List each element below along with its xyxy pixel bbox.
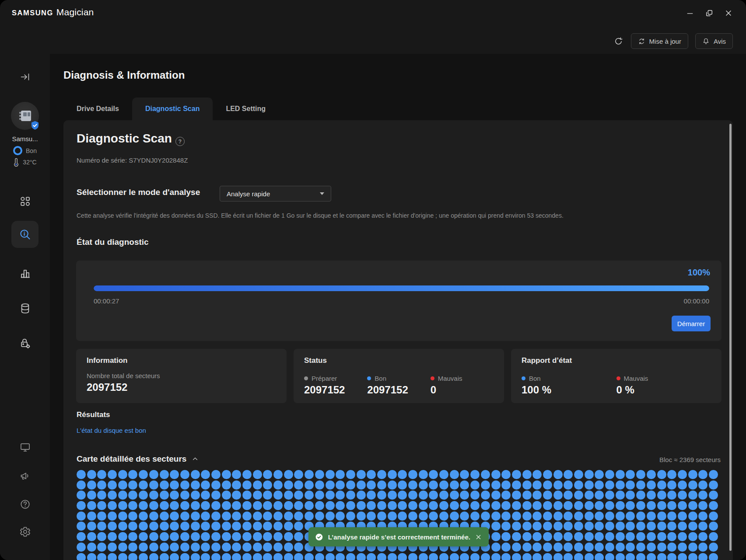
- update-button[interactable]: Mise à jour: [631, 33, 688, 49]
- toast-close-icon[interactable]: [475, 533, 482, 541]
- tab-led-setting[interactable]: LED Setting: [213, 97, 279, 120]
- sector-dot: [501, 480, 511, 490]
- sector-dot: [678, 543, 687, 552]
- sector-dot: [170, 522, 179, 531]
- sector-dot: [522, 501, 532, 510]
- notice-button[interactable]: Avis: [695, 33, 733, 49]
- sector-dot: [377, 480, 386, 490]
- drive-avatar[interactable]: [11, 102, 39, 130]
- good-dot-icon: [367, 376, 371, 380]
- sector-dot: [377, 511, 386, 521]
- sidebar-item-security[interactable]: [18, 337, 32, 350]
- good-label: Bon: [375, 375, 386, 382]
- sector-dot: [667, 543, 676, 552]
- sector-dot: [709, 543, 718, 552]
- sector-dot: [574, 522, 583, 531]
- close-window-button[interactable]: [724, 9, 733, 17]
- sector-dot: [222, 553, 231, 560]
- sector-dot: [543, 511, 552, 521]
- sector-dot: [108, 553, 117, 560]
- sector-dot: [346, 501, 355, 510]
- sidebar-item-settings[interactable]: [18, 525, 32, 538]
- refresh-icon[interactable]: [613, 36, 624, 46]
- sidebar-item-dashboard[interactable]: [18, 195, 32, 208]
- sector-dot: [470, 501, 480, 510]
- sector-dot-grid: [77, 470, 721, 560]
- sector-dot: [160, 553, 169, 560]
- sector-dot: [357, 470, 366, 479]
- sector-dot: [377, 470, 386, 479]
- sidebar-item-announcements[interactable]: [18, 469, 32, 482]
- sidebar-item-data-management[interactable]: [18, 302, 32, 315]
- sector-dot: [180, 511, 189, 521]
- sector-dot: [657, 511, 666, 521]
- sector-dot: [305, 480, 314, 490]
- sector-dot: [211, 511, 221, 521]
- sector-dot: [170, 480, 179, 490]
- sector-dot: [667, 490, 676, 500]
- scan-mode-select[interactable]: Analyse rapide: [220, 186, 331, 202]
- brand-magician: Magician: [56, 7, 94, 17]
- sector-dot: [636, 470, 645, 479]
- help-icon[interactable]: ?: [175, 137, 185, 146]
- sector-dot: [191, 501, 200, 510]
- sidebar-expand-icon[interactable]: [18, 70, 32, 83]
- sector-dot: [232, 553, 241, 560]
- sector-dot: [512, 490, 521, 500]
- results-text[interactable]: L'état du disque est bon: [77, 427, 146, 434]
- sector-dot: [501, 522, 511, 531]
- sector-dot: [305, 470, 314, 479]
- sector-dot: [253, 480, 262, 490]
- sector-dot: [149, 470, 158, 479]
- sector-dot: [481, 511, 490, 521]
- sector-dot: [408, 470, 417, 479]
- tab-diagnostic-scan[interactable]: Diagnostic Scan: [132, 97, 213, 120]
- sector-dot: [408, 501, 417, 510]
- sector-dot: [657, 553, 666, 560]
- sector-dot: [367, 511, 376, 521]
- notice-button-label: Avis: [714, 38, 726, 45]
- tab-drive-details[interactable]: Drive Details: [63, 97, 132, 120]
- sector-dot: [501, 490, 511, 500]
- sector-dot: [626, 501, 635, 510]
- sidebar-item-system[interactable]: [18, 441, 32, 454]
- report-card: Rapport d’état Bon 100 % Mauvais 0 %: [511, 349, 721, 403]
- sidebar-item-diagnosis-active[interactable]: [11, 221, 39, 248]
- sector-dot: [470, 470, 480, 479]
- sector-dot: [408, 490, 417, 500]
- sector-dot: [657, 522, 666, 531]
- sector-dot: [688, 501, 697, 510]
- sector-dot: [367, 553, 376, 560]
- sector-dot: [522, 470, 532, 479]
- sidebar-item-performance[interactable]: [18, 267, 32, 280]
- status-card-title: Status: [304, 356, 494, 365]
- sector-dot: [595, 553, 604, 560]
- sector-dot: [688, 470, 697, 479]
- sector-dot: [667, 480, 676, 490]
- sector-dot: [118, 511, 127, 521]
- sector-dot: [128, 470, 137, 479]
- sector-dot: [201, 522, 210, 531]
- sector-dot: [636, 511, 645, 521]
- sidebar-item-help[interactable]: [18, 497, 32, 511]
- sector-dot: [532, 532, 542, 541]
- sector-dot: [450, 480, 459, 490]
- sector-dot: [315, 470, 324, 479]
- sector-dot: [222, 511, 231, 521]
- sector-dot: [357, 511, 366, 521]
- sector-dot: [678, 553, 687, 560]
- chevron-up-icon[interactable]: [192, 456, 199, 463]
- sector-dot: [211, 543, 221, 552]
- sector-dot: [242, 490, 252, 500]
- sector-dot: [149, 543, 158, 552]
- sector-dot: [512, 511, 521, 521]
- minimize-button[interactable]: [686, 9, 694, 17]
- vertical-scrollbar[interactable]: [729, 124, 732, 551]
- sector-dot: [574, 470, 583, 479]
- brand-samsung: SAMSUNG: [12, 9, 53, 17]
- sector-dot: [87, 501, 96, 510]
- start-button[interactable]: Démarrer: [672, 316, 711, 331]
- restore-button[interactable]: [705, 9, 714, 17]
- sector-dot: [512, 553, 521, 560]
- sector-dot: [491, 480, 501, 490]
